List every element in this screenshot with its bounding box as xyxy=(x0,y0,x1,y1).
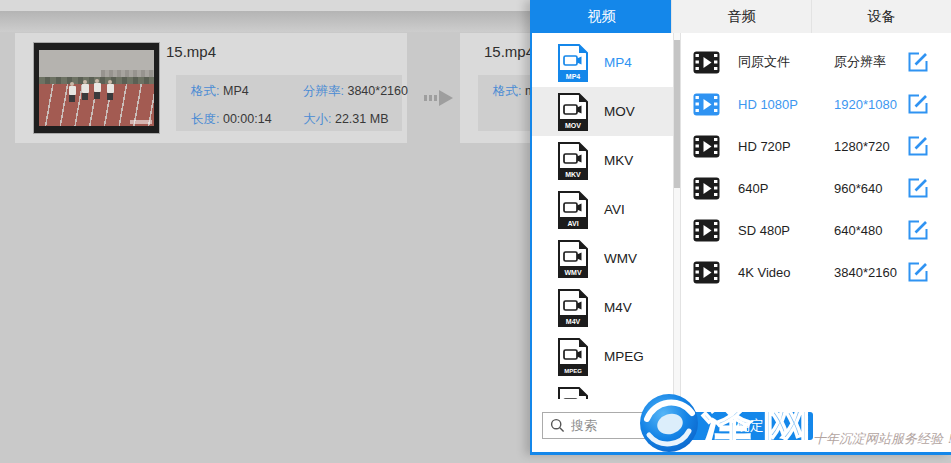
format-label: MP4 xyxy=(604,55,632,70)
preset-name: 同原文件 xyxy=(738,53,834,71)
edit-icon[interactable] xyxy=(907,261,929,283)
preset-item-sd-480p[interactable]: SD 480P640*480 xyxy=(681,209,951,251)
format-item-m4v[interactable]: M4V M4V xyxy=(532,283,673,332)
source-file-info: 格式: MP4分辨率: 3840*2160长度: 00:00:14大小: 22.… xyxy=(176,75,402,131)
format-item-mov[interactable]: MOV MOV xyxy=(532,87,673,136)
preset-item-同原文件[interactable]: 同原文件原分辨率 xyxy=(681,41,951,83)
output-file-title: 15.mp4 xyxy=(484,43,534,60)
edit-icon[interactable] xyxy=(907,177,929,199)
search-box[interactable] xyxy=(542,412,674,439)
tab-device[interactable]: 设备 xyxy=(812,0,951,33)
format-item-mkv[interactable]: MKV MKV xyxy=(532,136,673,185)
svg-text:MOV: MOV xyxy=(565,121,581,128)
preset-list: 同原文件原分辨率 HD 1080P1920*1080 HD 720P1280*7… xyxy=(681,33,951,399)
edit-icon[interactable] xyxy=(907,93,929,115)
file-type-icon: M4V xyxy=(556,288,590,328)
file-info-pair: 大小: 22.31 MB xyxy=(303,111,408,132)
convert-arrow-icon xyxy=(424,87,456,109)
format-item-wmv[interactable]: WMV WMV xyxy=(532,234,673,283)
format-list-scrollbar[interactable] xyxy=(673,33,681,399)
file-type-icon: MP4 xyxy=(556,43,590,83)
file-info-pair: 格式: MP4 xyxy=(191,83,303,104)
preset-item-4k-video[interactable]: 4K Video3840*2160 xyxy=(681,251,951,293)
filmstrip-play-icon xyxy=(693,177,720,200)
preset-resolution: 1920*1080 xyxy=(834,97,897,112)
source-file-card: 15.mp4 格式: MP4分辨率: 3840*2160长度: 00:00:14… xyxy=(15,33,407,143)
svg-text:MP4: MP4 xyxy=(566,72,581,79)
preset-item-hd-720p[interactable]: HD 720P1280*720 xyxy=(681,125,951,167)
filmstrip-play-icon xyxy=(693,93,720,116)
file-info-pair: 分辨率: 3840*2160 xyxy=(303,83,408,104)
thumbnail-scene xyxy=(39,50,154,126)
preset-resolution: 原分辨率 xyxy=(834,53,886,71)
svg-text:M4V: M4V xyxy=(566,317,581,324)
thumbnail-watermark xyxy=(130,120,152,124)
svg-text:WMV: WMV xyxy=(564,268,581,275)
preset-name: SD 480P xyxy=(738,223,834,238)
scrollbar-thumb[interactable] xyxy=(674,40,680,188)
preset-edit-button[interactable] xyxy=(907,219,929,241)
svg-text:AVI: AVI xyxy=(567,219,578,226)
filmstrip-play-icon xyxy=(693,261,720,284)
svg-text:MPEG: MPEG xyxy=(564,367,582,373)
preset-edit-button[interactable] xyxy=(907,177,929,199)
tab-audio[interactable]: 音频 xyxy=(672,0,812,33)
svg-text:MKV: MKV xyxy=(565,170,581,177)
file-type-icon xyxy=(556,386,590,400)
confirm-button[interactable]: 确定 xyxy=(687,412,813,440)
preset-resolution: 640*480 xyxy=(834,223,882,238)
format-list: MP4 MP4 MOV MOV MKV MKV AVI AVI WMV WMV … xyxy=(532,33,673,399)
format-label: WMV xyxy=(604,251,637,266)
filmstrip-play-icon xyxy=(693,219,720,242)
preset-edit-button[interactable] xyxy=(907,51,929,73)
video-thumbnail[interactable] xyxy=(33,42,160,134)
preset-name: HD 1080P xyxy=(738,97,834,112)
preset-name: 4K Video xyxy=(738,265,834,280)
file-info-pair: 长度: 00:00:14 xyxy=(191,111,303,132)
format-picker-panel: 视频音频设备 MP4 MP4 MOV MOV MKV MKV AVI AVI xyxy=(530,0,951,455)
file-type-icon: WMV xyxy=(556,239,590,279)
format-item-avi[interactable]: AVI AVI xyxy=(532,185,673,234)
format-item-mpeg[interactable]: MPEG MPEG xyxy=(532,332,673,381)
search-icon xyxy=(550,418,565,433)
format-label: MKV xyxy=(604,153,633,168)
edit-icon[interactable] xyxy=(907,219,929,241)
format-label: MPEG xyxy=(604,349,644,364)
format-label: MOV xyxy=(604,104,635,119)
format-label: M4V xyxy=(604,300,632,315)
format-item-mp4[interactable]: MP4 MP4 xyxy=(532,38,673,87)
format-label: AVI xyxy=(604,202,625,217)
file-type-icon: MOV xyxy=(556,92,590,132)
preset-edit-button[interactable] xyxy=(907,135,929,157)
file-type-icon: AVI xyxy=(556,190,590,230)
preset-resolution: 3840*2160 xyxy=(834,265,897,280)
preset-resolution: 1280*720 xyxy=(834,139,890,154)
preset-name: HD 720P xyxy=(738,139,834,154)
preset-item-hd-1080p[interactable]: HD 1080P1920*1080 xyxy=(681,83,951,125)
tab-video[interactable]: 视频 xyxy=(532,0,672,33)
file-type-icon: MPEG xyxy=(556,337,590,377)
edit-icon[interactable] xyxy=(907,51,929,73)
edit-icon[interactable] xyxy=(907,135,929,157)
preset-resolution: 960*640 xyxy=(834,181,882,196)
panel-footer: 确定 xyxy=(532,399,951,452)
search-input[interactable] xyxy=(571,418,666,433)
format-item-partial[interactable] xyxy=(532,381,673,399)
preset-name: 640P xyxy=(738,181,834,196)
source-file-title: 15.mp4 xyxy=(166,43,216,60)
file-type-icon: MKV xyxy=(556,141,590,181)
preset-item-640p[interactable]: 640P960*640 xyxy=(681,167,951,209)
filmstrip-play-icon xyxy=(693,51,720,74)
preset-edit-button[interactable] xyxy=(907,261,929,283)
filmstrip-play-icon xyxy=(693,135,720,158)
preset-edit-button[interactable] xyxy=(907,93,929,115)
format-tabs: 视频音频设备 xyxy=(532,0,951,33)
